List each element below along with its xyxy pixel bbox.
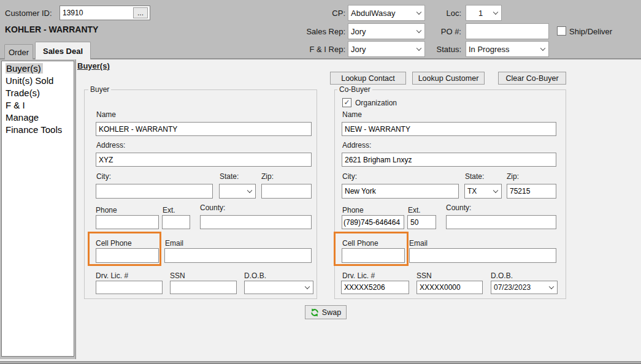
buyer-cell-label: Cell Phone bbox=[96, 239, 132, 248]
chevron-down-icon bbox=[493, 10, 498, 15]
cobuyer-phone-label: Phone bbox=[342, 206, 364, 214]
cobuyer-ssn-label: SSN bbox=[416, 271, 432, 280]
tab-order[interactable]: Order bbox=[4, 44, 33, 59]
loc-dropdown[interactable]: 1 bbox=[466, 5, 502, 21]
buyer-dob-label: D.O.B. bbox=[244, 271, 266, 280]
sidebar-item-units-sold[interactable]: Unit(s) Sold bbox=[2, 75, 74, 87]
status-value: In Progress bbox=[469, 45, 509, 54]
sidebar-item-buyers[interactable]: Buyer(s) bbox=[2, 63, 74, 75]
buyer-state-dropdown[interactable] bbox=[219, 184, 256, 199]
swap-label: Swap bbox=[322, 308, 341, 317]
fi-rep-value: Jory bbox=[351, 45, 366, 54]
cobuyer-address-label: Address: bbox=[342, 141, 371, 150]
buyer-group-label: Buyer bbox=[88, 85, 111, 94]
cobuyer-ext-label: Ext. bbox=[408, 206, 421, 214]
ship-deliver-checkbox[interactable] bbox=[557, 26, 566, 36]
cobuyer-county-input[interactable] bbox=[446, 215, 556, 229]
clear-cobuyer-label: Clear Co-Buyer bbox=[505, 74, 558, 83]
lookup-contact-button[interactable]: Lookup Contact bbox=[330, 72, 406, 85]
cobuyer-cell-input[interactable] bbox=[342, 248, 405, 263]
buyer-ssn-label: SSN bbox=[170, 271, 185, 280]
buyer-city-input[interactable] bbox=[96, 184, 213, 199]
cobuyer-ext-input[interactable] bbox=[407, 215, 436, 229]
loc-value: 1 bbox=[478, 9, 483, 18]
sales-rep-dropdown[interactable]: Jory bbox=[348, 23, 425, 39]
organization-label: Organization bbox=[355, 99, 397, 107]
buyer-phone-input[interactable] bbox=[96, 215, 159, 229]
sales-rep-value: Jory bbox=[351, 27, 366, 36]
checkmark-icon: ✓ bbox=[344, 98, 350, 107]
cobuyer-zip-input[interactable] bbox=[507, 184, 556, 199]
buyer-cell-input[interactable] bbox=[96, 248, 159, 263]
buyer-ext-input[interactable] bbox=[162, 215, 190, 229]
buyer-state-label: State: bbox=[220, 172, 239, 181]
chevron-down-icon bbox=[416, 28, 421, 33]
buyer-email-input[interactable] bbox=[164, 248, 312, 263]
cobuyer-state-dropdown[interactable]: TX bbox=[464, 184, 502, 199]
sidebar-item-label: Finance Tools bbox=[6, 124, 62, 135]
chevron-down-icon bbox=[493, 188, 498, 193]
buyer-zip-input[interactable] bbox=[261, 184, 312, 199]
buyer-email-label: Email bbox=[165, 239, 183, 248]
swap-button[interactable]: Swap bbox=[305, 305, 347, 319]
po-number-input[interactable] bbox=[466, 23, 549, 39]
cobuyer-drv-lic-input[interactable] bbox=[341, 281, 409, 294]
clear-cobuyer-button[interactable]: Clear Co-Buyer bbox=[498, 72, 566, 85]
cobuyer-ssn-input[interactable] bbox=[416, 281, 483, 294]
header-separator bbox=[0, 58, 641, 59]
lookup-customer-button[interactable]: Lookup Customer bbox=[412, 72, 485, 85]
buyer-phone-label: Phone bbox=[96, 206, 117, 214]
main-panel: Buyer(s) Lookup Contact Lookup Customer … bbox=[75, 59, 641, 359]
cobuyer-group: Co-Buyer ✓ Organization Name Address: Ci… bbox=[334, 89, 566, 299]
buyer-city-label: City: bbox=[96, 172, 111, 181]
cp-dropdown[interactable]: AbdulWasay bbox=[348, 5, 425, 21]
sidebar-item-finance-tools[interactable]: Finance Tools bbox=[2, 124, 74, 136]
customer-id-label: Customer ID: bbox=[5, 9, 52, 18]
cobuyer-email-input[interactable] bbox=[409, 248, 556, 263]
tab-sales-deal-label: Sales Deal bbox=[43, 47, 83, 56]
chevron-down-icon bbox=[305, 284, 310, 289]
cobuyer-phone-input[interactable] bbox=[342, 215, 404, 229]
app-window: Customer ID: ... KOHLER - WARRANTY CP: S… bbox=[0, 0, 641, 364]
chevron-down-icon bbox=[549, 284, 554, 289]
cobuyer-group-label: Co-Buyer bbox=[337, 85, 372, 94]
customer-name: KOHLER - WARRANTY bbox=[5, 25, 98, 34]
chevron-down-icon bbox=[247, 188, 252, 193]
chevron-down-icon bbox=[416, 10, 421, 15]
buyer-drv-lic-input[interactable] bbox=[96, 281, 163, 294]
fi-rep-dropdown[interactable]: Jory bbox=[348, 41, 425, 57]
sidebar-item-f-and-i[interactable]: F & I bbox=[2, 99, 74, 112]
buyer-zip-label: Zip: bbox=[261, 172, 274, 181]
buyer-dob-dropdown[interactable] bbox=[244, 281, 313, 294]
chevron-down-icon bbox=[416, 46, 421, 51]
window-bottom-border bbox=[0, 359, 641, 364]
cobuyer-dob-value: 07/23/2023 bbox=[494, 283, 531, 292]
sidebar-item-trades[interactable]: Trade(s) bbox=[2, 87, 74, 99]
buyer-name-input[interactable] bbox=[96, 122, 312, 136]
cp-value: AbdulWasay bbox=[351, 9, 396, 18]
sidebar-nav: Buyer(s) Unit(s) Sold Trade(s) F & I Man… bbox=[1, 61, 74, 357]
organization-checkbox[interactable]: ✓ bbox=[342, 98, 351, 107]
content-area: Buyer(s) Unit(s) Sold Trade(s) F & I Man… bbox=[0, 59, 641, 359]
cobuyer-state-value: TX bbox=[467, 187, 477, 195]
cobuyer-dob-label: D.O.B. bbox=[491, 271, 513, 280]
cobuyer-city-input[interactable] bbox=[342, 184, 459, 199]
cobuyer-name-input[interactable] bbox=[342, 122, 556, 136]
cobuyer-dob-dropdown[interactable]: 07/23/2023 bbox=[491, 281, 558, 294]
buyer-address-label: Address: bbox=[96, 141, 125, 150]
tab-sales-deal[interactable]: Sales Deal bbox=[35, 42, 91, 59]
customer-id-input[interactable] bbox=[60, 6, 132, 20]
sidebar-item-manage[interactable]: Manage bbox=[2, 112, 74, 124]
status-dropdown[interactable]: In Progress bbox=[466, 41, 549, 57]
cobuyer-county-label: County: bbox=[446, 203, 471, 212]
customer-id-lookup-button[interactable]: ... bbox=[133, 7, 148, 18]
cobuyer-email-label: Email bbox=[409, 239, 428, 248]
sidebar-item-label: Buyer(s) bbox=[6, 63, 43, 74]
buyer-address-input[interactable] bbox=[96, 153, 312, 167]
buyer-county-input[interactable] bbox=[200, 215, 312, 229]
tab-order-label: Order bbox=[9, 48, 29, 57]
buyer-ssn-input[interactable] bbox=[170, 281, 237, 294]
cobuyer-address-input[interactable] bbox=[342, 153, 556, 167]
fi-rep-label: F & I Rep: bbox=[284, 45, 345, 54]
sidebar-item-label: Manage bbox=[6, 112, 39, 123]
